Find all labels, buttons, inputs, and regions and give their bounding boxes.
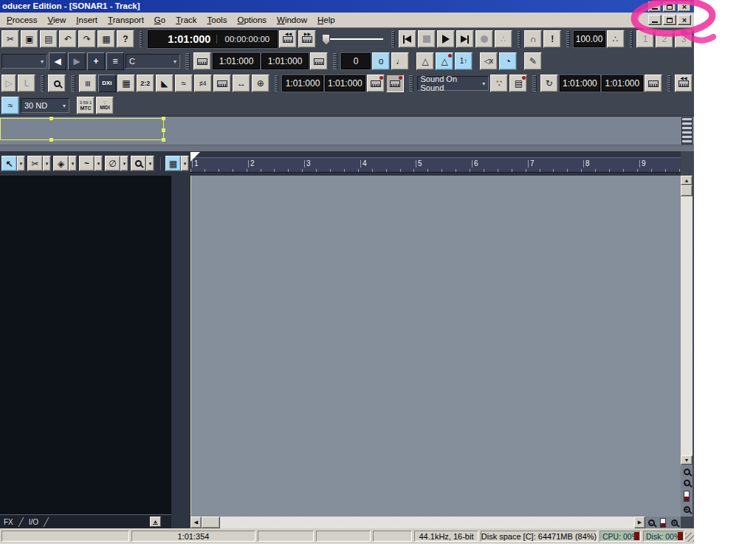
paste-button[interactable]: ▤ [40, 30, 58, 48]
menu-tools[interactable]: Tools [202, 14, 233, 26]
selection-box[interactable] [0, 118, 164, 140]
split-tool-dropdown[interactable]: ▾ [43, 156, 51, 171]
frame-rate-combo[interactable]: 30 ND ▾ [21, 98, 69, 113]
cut-button[interactable]: ✂ [1, 30, 19, 48]
selection-handle[interactable] [49, 138, 53, 142]
step-record-button[interactable]: ∵ [490, 75, 508, 92]
previous-marker-button[interactable]: ◀ [49, 52, 66, 70]
envelope-tool-button[interactable]: ◈ [53, 156, 69, 171]
toolbar-grip[interactable] [667, 75, 671, 92]
track-pane[interactable] [0, 176, 171, 514]
zoom-out-icon[interactable]: - [684, 480, 690, 486]
now-time-display[interactable]: 1:01:000 00:00:00:00 [148, 30, 278, 48]
empty-combo[interactable]: ▾ [1, 54, 47, 69]
toolbar-grip[interactable] [275, 75, 278, 92]
loop-toggle-button[interactable]: ↻ [540, 75, 558, 92]
zoom-tool-dropdown[interactable]: ▾ [146, 156, 154, 171]
toolbar-grip[interactable] [185, 53, 190, 69]
now-time-value[interactable]: 1:01:000 [148, 33, 216, 45]
scroll-right-button[interactable]: ▶ [634, 517, 645, 528]
scroll-up-button[interactable]: ▲ [681, 176, 693, 185]
menu-go[interactable]: Go [149, 14, 171, 26]
menu-options[interactable]: Options [232, 14, 272, 26]
count-in-button[interactable]: 1↑ [455, 52, 472, 70]
toolbar-grip[interactable] [630, 31, 633, 47]
menu-window[interactable]: Window [272, 14, 312, 26]
snap-count-display[interactable]: 0 [341, 53, 371, 69]
tempo-ratio-2-button[interactable]: 2 [656, 30, 673, 48]
synth-rack-button[interactable]: DXi [98, 75, 116, 92]
split-tool-button[interactable]: ✂ [27, 156, 43, 171]
select-from-display[interactable]: 1:01:000 [213, 53, 260, 69]
punch-in-display[interactable]: 1:01:000 [282, 75, 323, 92]
reset-panic-button[interactable]: ! [543, 30, 561, 48]
now-time-marker[interactable] [190, 152, 200, 162]
menu-insert[interactable]: Insert [71, 14, 103, 26]
copy-button[interactable]: ▣ [21, 30, 38, 48]
zoom-tool-icon[interactable] [684, 469, 690, 475]
play-button[interactable] [437, 30, 455, 48]
file-preview-button[interactable] [48, 75, 66, 92]
select-from-ruler-button[interactable] [193, 52, 211, 70]
help-button[interactable]: ? [117, 30, 134, 48]
toolbar-grip[interactable] [41, 75, 44, 92]
metronome-playback-button[interactable]: △ [416, 52, 434, 70]
marker-list-button[interactable]: ≡ [106, 52, 124, 70]
audio-engine-button[interactable]: ∩ [524, 30, 542, 48]
doc-restore-button[interactable] [663, 15, 676, 25]
tempo-ratio-1-button[interactable]: 1 [636, 30, 654, 48]
horizontal-scroll-thumb[interactable] [202, 517, 220, 528]
scroll-down-button[interactable]: ▼ [681, 455, 693, 465]
toolbar-grip[interactable] [333, 53, 337, 69]
big-time-button[interactable]: 2:2 [137, 75, 154, 92]
zoom-out-icon[interactable]: - [648, 519, 655, 526]
horizontal-zoom-slider[interactable] [660, 518, 666, 528]
metronome-timing-button[interactable]: ◔ [499, 52, 517, 70]
print-button[interactable]: ▦ [97, 30, 115, 48]
metronome-record-button[interactable]: △ [436, 52, 453, 70]
loop-start-display[interactable]: 1:01:000 [560, 75, 600, 92]
rewind-button[interactable] [399, 30, 416, 48]
lasso-button[interactable]: L [18, 75, 35, 92]
zoom-tool-button[interactable] [131, 156, 146, 171]
clips-pane[interactable] [190, 176, 681, 517]
console-view-button[interactable]: ||| [79, 75, 97, 92]
quarter-note-button[interactable]: ♩ [391, 52, 409, 70]
horizontal-scrollbar[interactable]: ◀ ▶ [190, 517, 645, 528]
select-tool-dropdown[interactable]: ▾ [17, 156, 25, 171]
toolbar-grip[interactable] [409, 75, 413, 92]
menu-view[interactable]: View [43, 14, 72, 26]
redo-button[interactable]: ↷ [78, 30, 96, 48]
menu-track[interactable]: Track [171, 14, 202, 26]
record-options-button[interactable]: ▤ [509, 75, 527, 92]
select-thru-display[interactable]: 1:01:000 [261, 53, 309, 69]
fit-selection-button[interactable]: ⊕ [252, 75, 269, 92]
zoom-in-icon[interactable]: + [671, 519, 678, 526]
selection-handle[interactable] [162, 138, 165, 142]
minimize-button[interactable] [648, 1, 662, 12]
scroll-left-button[interactable]: ◀ [190, 517, 202, 528]
menu-process[interactable]: Process [1, 14, 43, 26]
time-ruler[interactable]: 1 2 3 4 5 6 7 8 9 [190, 157, 681, 173]
doc-close-button[interactable]: × [678, 15, 691, 25]
vertical-scrollbar[interactable]: ▲ ▼ [681, 176, 693, 465]
record-automation-button[interactable]: ∴ [495, 30, 512, 48]
audio-sync-button[interactable]: ≈ [1, 97, 19, 114]
scrub-button[interactable]: ▷ [1, 75, 16, 92]
metronome-mute-button[interactable]: ◁x [480, 52, 498, 70]
midi-sync-button[interactable]: ∵ MIDI [96, 97, 114, 114]
selection-handle[interactable] [162, 117, 165, 120]
erase-tool-dropdown[interactable]: ▾ [120, 156, 128, 171]
vertical-zoom-slider[interactable] [684, 491, 690, 502]
next-marker-button[interactable]: ▶ [68, 52, 86, 70]
erase-tool-button[interactable]: ∅ [105, 156, 120, 171]
undo-button[interactable]: ↶ [59, 30, 77, 48]
toolbar-grip[interactable] [71, 75, 75, 92]
resize-grip[interactable] [685, 533, 694, 542]
menu-help[interactable]: Help [312, 14, 340, 26]
draw-tool-button[interactable]: ~ [79, 156, 94, 171]
draw-tool-dropdown[interactable]: ▾ [94, 156, 103, 171]
toolbar-grip[interactable] [532, 75, 536, 92]
toolbar-grip[interactable] [391, 31, 394, 47]
tempo-display[interactable]: 100.00 [574, 31, 605, 47]
